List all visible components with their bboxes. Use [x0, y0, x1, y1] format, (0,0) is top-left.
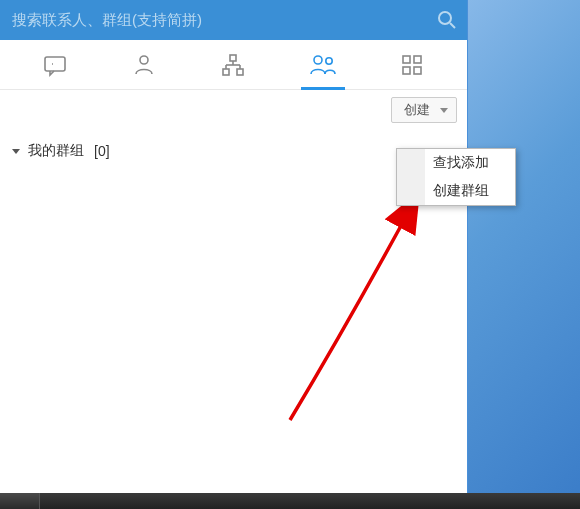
dropdown-item-label: 创建群组	[425, 182, 515, 200]
tab-bar	[0, 40, 467, 90]
svg-rect-2	[45, 57, 65, 71]
svg-point-0	[439, 12, 451, 24]
svg-rect-15	[414, 56, 421, 63]
svg-rect-17	[414, 67, 421, 74]
svg-point-13	[326, 57, 332, 63]
my-groups-label: 我的群组	[28, 142, 84, 160]
svg-line-1	[450, 23, 455, 28]
dropdown-icon-placeholder	[397, 149, 425, 177]
svg-point-4	[140, 56, 148, 64]
svg-rect-7	[237, 69, 243, 75]
dropdown-item-create-group[interactable]: 创建群组	[397, 177, 515, 205]
toolbar: 创建	[0, 90, 467, 130]
search-placeholder: 搜索联系人、群组(支持简拼)	[12, 11, 435, 30]
search-bar[interactable]: 搜索联系人、群组(支持简拼)	[0, 0, 467, 40]
svg-rect-5	[230, 55, 236, 61]
taskbar[interactable]	[0, 493, 580, 509]
tab-groups[interactable]	[293, 40, 353, 90]
svg-rect-16	[403, 67, 410, 74]
taskbar-segment[interactable]	[0, 493, 40, 509]
my-groups-row[interactable]: 我的群组 [0]	[12, 138, 455, 164]
expand-caret-icon	[12, 149, 20, 154]
caret-down-icon	[440, 108, 448, 113]
dropdown-item-label: 查找添加	[425, 154, 515, 172]
svg-point-12	[314, 56, 322, 64]
app-window: 搜索联系人、群组(支持简拼)	[0, 0, 468, 509]
tab-organization[interactable]	[203, 40, 263, 90]
create-button-label: 创建	[404, 101, 430, 119]
tab-apps[interactable]	[382, 40, 442, 90]
desktop-background	[468, 0, 580, 509]
svg-rect-6	[223, 69, 229, 75]
tab-messages[interactable]	[25, 40, 85, 90]
search-icon[interactable]	[435, 8, 459, 32]
create-button[interactable]: 创建	[391, 97, 457, 123]
tab-contacts[interactable]	[114, 40, 174, 90]
dropdown-icon-placeholder	[397, 177, 425, 205]
svg-rect-14	[403, 56, 410, 63]
dropdown-item-find-add[interactable]: 查找添加	[397, 149, 515, 177]
create-dropdown-menu: 查找添加 创建群组	[396, 148, 516, 206]
my-groups-count: [0]	[94, 143, 110, 159]
